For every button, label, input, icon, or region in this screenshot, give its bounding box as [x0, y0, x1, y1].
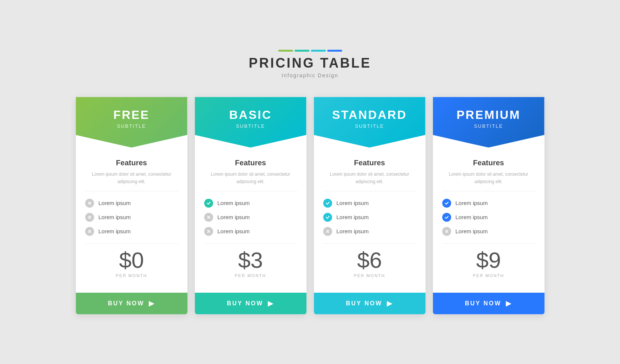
pricing-card-standard: STANDARD SUBTITLE Features Lorem ipsum d…	[314, 97, 425, 314]
feature-item: Lorem ipsum	[323, 213, 416, 222]
feature-text: Lorem ipsum	[99, 214, 131, 220]
feature-text: Lorem ipsum	[337, 214, 369, 220]
price-amount: $3	[204, 249, 297, 272]
feature-text: Lorem ipsum	[456, 200, 488, 206]
feature-text: Lorem ipsum	[99, 200, 131, 206]
price-amount: $6	[323, 249, 416, 272]
features-desc: Lorem ipsum dolor sit amet, consectetur …	[442, 171, 535, 191]
plan-name: PREMIUM	[440, 108, 537, 122]
price-section: $9 PER MONTH	[442, 243, 535, 285]
buy-button-label: BUY NOW	[465, 300, 501, 307]
feature-item: Lorem ipsum	[442, 199, 535, 208]
check-icon	[442, 213, 451, 222]
cross-icon	[85, 213, 94, 222]
features-title: Features	[323, 159, 416, 167]
feature-list: Lorem ipsum Lorem ipsum Lorem ipsum	[442, 199, 535, 236]
price-section: $3 PER MONTH	[204, 243, 297, 285]
feature-item: Lorem ipsum	[85, 199, 178, 208]
card-body: Features Lorem ipsum dolor sit amet, con…	[433, 147, 544, 292]
plan-subtitle: SUBTITLE	[321, 123, 418, 129]
card-header: BASIC SUBTITLE	[195, 97, 306, 147]
features-title: Features	[204, 159, 297, 167]
buy-button-label: BUY NOW	[227, 300, 263, 307]
buy-now-button[interactable]: BUY NOW ▶	[314, 293, 425, 314]
plan-name: FREE	[83, 108, 180, 122]
feature-text: Lorem ipsum	[456, 228, 488, 234]
features-title: Features	[442, 159, 535, 167]
pricing-card-basic: BASIC SUBTITLE Features Lorem ipsum dolo…	[195, 97, 306, 314]
arrow-icon: ▶	[387, 299, 393, 308]
features-desc: Lorem ipsum dolor sit amet, consectetur …	[323, 171, 416, 191]
feature-text: Lorem ipsum	[456, 214, 488, 220]
buy-now-button[interactable]: BUY NOW ▶	[433, 293, 544, 314]
cross-icon	[442, 227, 451, 236]
features-desc: Lorem ipsum dolor sit amet, consectetur …	[204, 171, 297, 191]
arrow-icon: ▶	[149, 299, 155, 308]
check-icon	[323, 213, 332, 222]
buy-now-button[interactable]: BUY NOW ▶	[76, 293, 187, 314]
page-title: PRICING TABLE	[249, 55, 371, 71]
feature-text: Lorem ipsum	[218, 200, 250, 206]
feature-item: Lorem ipsum	[442, 227, 535, 236]
feature-item: Lorem ipsum	[85, 227, 178, 236]
pricing-container: FREE SUBTITLE Features Lorem ipsum dolor…	[76, 97, 544, 314]
plan-subtitle: SUBTITLE	[440, 123, 537, 129]
features-title: Features	[85, 159, 178, 167]
feature-item: Lorem ipsum	[204, 213, 297, 222]
feature-list: Lorem ipsum Lorem ipsum Lorem ipsum	[204, 199, 297, 236]
card-footer: BUY NOW ▶	[433, 293, 544, 314]
color-bar	[295, 50, 309, 52]
feature-text: Lorem ipsum	[337, 200, 369, 206]
price-amount: $0	[85, 249, 178, 272]
price-section: $6 PER MONTH	[323, 243, 416, 285]
plan-subtitle: SUBTITLE	[83, 123, 180, 129]
buy-button-label: BUY NOW	[346, 300, 382, 307]
card-header: FREE SUBTITLE	[76, 97, 187, 147]
features-desc: Lorem ipsum dolor sit amet, consectetur …	[85, 171, 178, 191]
color-bar	[327, 50, 342, 52]
card-header: STANDARD SUBTITLE	[314, 97, 425, 147]
card-body: Features Lorem ipsum dolor sit amet, con…	[76, 147, 187, 292]
feature-text: Lorem ipsum	[218, 228, 250, 234]
cross-icon	[323, 227, 332, 236]
page-header: PRICING TABLE Infographic Design	[249, 50, 371, 78]
feature-item: Lorem ipsum	[85, 213, 178, 222]
plan-name: STANDARD	[321, 108, 418, 122]
feature-item: Lorem ipsum	[204, 199, 297, 208]
check-icon	[442, 199, 451, 208]
color-bar	[311, 50, 326, 52]
price-section: $0 PER MONTH	[85, 243, 178, 285]
feature-item: Lorem ipsum	[323, 227, 416, 236]
feature-item: Lorem ipsum	[442, 213, 535, 222]
card-body: Features Lorem ipsum dolor sit amet, con…	[195, 147, 306, 292]
card-footer: BUY NOW ▶	[195, 293, 306, 314]
color-bars	[249, 50, 371, 52]
price-period: PER MONTH	[85, 273, 178, 278]
check-icon	[204, 199, 213, 208]
cross-icon	[204, 227, 213, 236]
cross-icon	[204, 213, 213, 222]
price-period: PER MONTH	[323, 273, 416, 278]
feature-item: Lorem ipsum	[323, 199, 416, 208]
feature-text: Lorem ipsum	[337, 228, 369, 234]
cross-icon	[85, 199, 94, 208]
plan-subtitle: SUBTITLE	[202, 123, 299, 129]
pricing-card-premium: PREMIUM SUBTITLE Features Lorem ipsum do…	[433, 97, 544, 314]
card-body: Features Lorem ipsum dolor sit amet, con…	[314, 147, 425, 292]
pricing-card-free: FREE SUBTITLE Features Lorem ipsum dolor…	[76, 97, 187, 314]
price-period: PER MONTH	[442, 273, 535, 278]
buy-now-button[interactable]: BUY NOW ▶	[195, 293, 306, 314]
color-bar	[278, 50, 293, 52]
cross-icon	[85, 227, 94, 236]
price-amount: $9	[442, 249, 535, 272]
card-footer: BUY NOW ▶	[76, 293, 187, 314]
price-period: PER MONTH	[204, 273, 297, 278]
feature-text: Lorem ipsum	[218, 214, 250, 220]
feature-text: Lorem ipsum	[99, 228, 131, 234]
arrow-icon: ▶	[506, 299, 512, 308]
check-icon	[323, 199, 332, 208]
arrow-icon: ▶	[268, 299, 274, 308]
feature-list: Lorem ipsum Lorem ipsum Lorem ipsum	[85, 199, 178, 236]
card-footer: BUY NOW ▶	[314, 293, 425, 314]
page-subtitle: Infographic Design	[249, 72, 371, 78]
